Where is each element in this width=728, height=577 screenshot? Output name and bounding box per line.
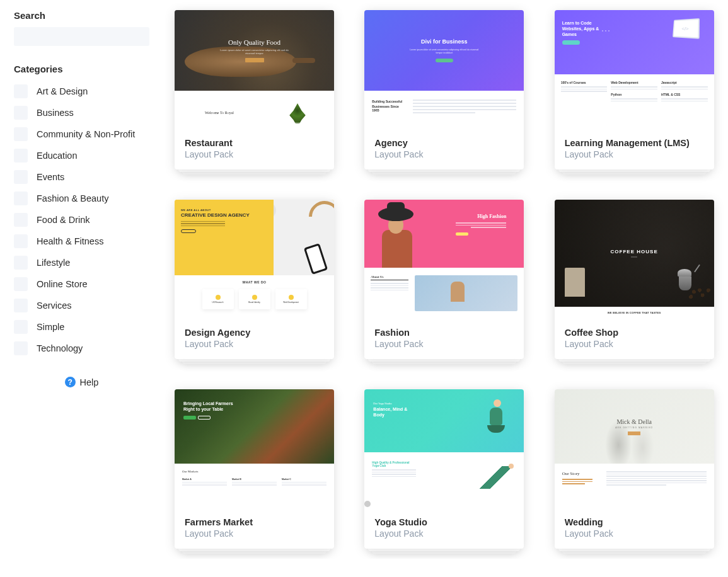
- layout-thumbnail: Divi Yoga Studio Balance, Mind & Body Hi…: [364, 389, 524, 508]
- market-col-3: Market C: [282, 478, 326, 487]
- checkbox-icon[interactable]: [14, 149, 28, 163]
- layout-card-coffee-shop[interactable]: COFFEE HOUSE ━━━━━ WE BELIEVE IN COFFEE …: [555, 200, 714, 359]
- layout-title: Design Agency: [185, 328, 324, 338]
- checkbox-icon[interactable]: [14, 320, 28, 334]
- layout-title: Coffee Shop: [565, 328, 704, 338]
- category-events[interactable]: Events: [14, 166, 149, 188]
- layout-card-lms[interactable]: Learn to Code Websites, Apps & Games </>…: [555, 10, 714, 169]
- thumb-lower-col-3b: HTML & CSS: [661, 93, 708, 96]
- layout-card-restaurant[interactable]: Only Quality Food Lorem ipsum dolor sit …: [175, 10, 334, 169]
- checkbox-icon[interactable]: [14, 191, 28, 205]
- feature-box-1: UX Research: [202, 289, 234, 309]
- layout-title: Fashion: [374, 328, 514, 338]
- thumb-hero-title: Learn to Code Websites, Apps & Games: [562, 20, 606, 37]
- help-label: Help: [80, 377, 99, 387]
- help-link[interactable]: ? Help: [14, 377, 149, 387]
- category-label: Art & Design: [37, 86, 88, 96]
- checkbox-icon[interactable]: [14, 256, 28, 270]
- thumb-hero-title: Only Quality Food: [228, 38, 280, 46]
- yoga-person-graphic: [490, 399, 505, 433]
- search-input[interactable]: [14, 27, 149, 46]
- category-community-non-profit[interactable]: Community & Non-Profit: [14, 123, 149, 145]
- layout-card-agency[interactable]: Divi for Business Lorem ipsum dolor sit …: [364, 10, 524, 169]
- thumb-hero-title: Mick & Della: [616, 418, 652, 425]
- thumb-hero-subtitle: Lorem ipsum dolor sit amet consectetur a…: [220, 49, 289, 55]
- layout-card-farmers-market[interactable]: Bringing Local Farmers Right to your Tab…: [175, 389, 334, 549]
- coffee-beans-graphic: [685, 285, 714, 302]
- category-business[interactable]: Business: [14, 102, 149, 123]
- layout-subtitle: Layout Pack: [565, 339, 704, 349]
- headphone-graphic: [303, 200, 334, 239]
- checkbox-icon[interactable]: [14, 341, 28, 355]
- category-technology[interactable]: Technology: [14, 338, 149, 359]
- category-label: Community & Non-Profit: [37, 129, 135, 139]
- checkbox-icon[interactable]: [14, 277, 28, 291]
- categories-heading: Categories: [14, 64, 149, 74]
- thumb-lower-col-1: 100's of Courses: [561, 81, 608, 84]
- layout-subtitle: Layout Pack: [565, 149, 704, 159]
- thumb-lower-col-2b: Python: [611, 93, 657, 96]
- category-education[interactable]: Education: [14, 145, 149, 166]
- thumb-cta-button: [245, 58, 264, 62]
- checkbox-icon[interactable]: [14, 84, 28, 98]
- layout-thumbnail: Only Quality Food Lorem ipsum dolor sit …: [175, 10, 334, 129]
- thumb-cta-button: [181, 229, 196, 233]
- layout-title: Yoga Studio: [374, 517, 514, 527]
- thumb-lower-title: Our Story: [562, 471, 600, 476]
- thumb-lower-title: WE BELIEVE IN COFFEE THAT TASTES: [555, 307, 714, 319]
- layout-title: Agency: [374, 138, 514, 148]
- thumb-hero-title: COFFEE HOUSE: [611, 249, 658, 254]
- layout-grid: Only Quality Food Lorem ipsum dolor sit …: [175, 10, 714, 549]
- layout-thumbnail: COFFEE HOUSE ━━━━━ WE BELIEVE IN COFFEE …: [555, 200, 714, 319]
- layout-subtitle: Layout Pack: [565, 528, 704, 539]
- yoga-pose-graphic: [422, 461, 516, 500]
- checkbox-icon[interactable]: [14, 299, 28, 312]
- category-online-store[interactable]: Online Store: [14, 273, 149, 295]
- thumb-lower-title: Our Markets: [182, 470, 326, 473]
- layout-title: Restaurant: [185, 138, 324, 148]
- thumb-lower-title: High Quality & Professional Yoga Club: [372, 461, 416, 467]
- category-art-design[interactable]: Art & Design: [14, 81, 149, 102]
- layout-title: Wedding: [565, 517, 704, 527]
- thumb-lower-title: About Us: [371, 275, 408, 280]
- category-services[interactable]: Services: [14, 295, 149, 316]
- checkbox-icon[interactable]: [14, 213, 28, 227]
- layout-title: Farmers Market: [185, 517, 324, 527]
- checkbox-icon[interactable]: [14, 170, 28, 184]
- checkbox-icon[interactable]: [14, 127, 28, 141]
- layout-subtitle: Layout Pack: [185, 528, 324, 539]
- layout-card-fashion[interactable]: High Fashion About Us Fashion Layou: [364, 200, 524, 359]
- category-label: Events: [37, 172, 64, 182]
- layout-thumbnail: High Fashion About Us: [364, 200, 524, 319]
- category-label: Simple: [37, 322, 64, 332]
- sidebar: Search Categories Art & Design Business …: [14, 10, 149, 549]
- checkbox-icon[interactable]: [14, 234, 28, 248]
- placeholder-text-lines: [661, 98, 708, 101]
- thumb-cta-button-primary: [183, 416, 196, 420]
- layout-subtitle: Layout Pack: [374, 339, 514, 349]
- category-health-fitness[interactable]: Health & Fitness: [14, 231, 149, 252]
- layout-card-yoga-studio[interactable]: Divi Yoga Studio Balance, Mind & Body Hi…: [364, 389, 524, 549]
- herb-graphic: [287, 103, 308, 127]
- thumb-hero-title: CREATIVE DESIGN AGENCY: [181, 213, 267, 219]
- layout-card-design-agency[interactable]: WE ARE ALL ABOUT CREATIVE DESIGN AGENCY …: [175, 200, 334, 359]
- placeholder-text-lines: [611, 86, 657, 89]
- category-label: Online Store: [37, 279, 88, 289]
- placeholder-text-lines: [456, 222, 506, 229]
- thumb-hero-subtitle: ARE GETTING MARRIED: [615, 426, 653, 429]
- coffee-bag-graphic: [565, 268, 585, 297]
- fashion-model-graphic: [377, 206, 416, 268]
- layout-thumbnail: WE ARE ALL ABOUT CREATIVE DESIGN AGENCY …: [175, 200, 334, 319]
- category-lifestyle[interactable]: Lifestyle: [14, 252, 149, 273]
- category-simple[interactable]: Simple: [14, 316, 149, 338]
- checkbox-icon[interactable]: [14, 106, 28, 120]
- fashion-image-graphic: [415, 275, 517, 311]
- thumb-cta-button: [628, 431, 640, 435]
- placeholder-text-lines: [413, 100, 516, 120]
- category-label: Services: [37, 300, 72, 311]
- thumb-lower-text-1: Building Successful: [372, 100, 407, 103]
- thumb-lower-col-2: Web Development: [611, 81, 657, 84]
- category-food-drink[interactable]: Food & Drink: [14, 209, 149, 231]
- layout-card-wedding[interactable]: Mick & Della ARE GETTING MARRIED Our Sto…: [555, 389, 714, 549]
- category-fashion-beauty[interactable]: Fashion & Beauty: [14, 188, 149, 209]
